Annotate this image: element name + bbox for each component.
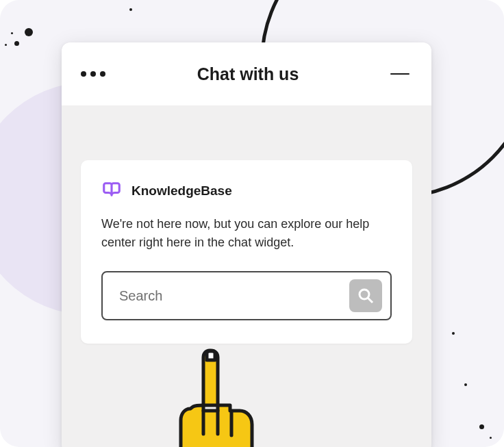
chat-widget: Chat with us KnowledgeBase We're not her… <box>62 42 431 447</box>
brand-row: KnowledgeBase <box>101 181 392 201</box>
decorative-dot <box>11 32 13 34</box>
decorative-dot <box>129 8 132 11</box>
knowledgebase-card: KnowledgeBase We're not here now, but yo… <box>81 160 412 344</box>
knowledgebase-icon <box>101 181 122 201</box>
pointing-hand-icon <box>170 344 259 447</box>
chat-header: Chat with us <box>62 42 431 105</box>
more-menu-button[interactable] <box>81 71 105 77</box>
decorative-dot <box>14 41 19 46</box>
decorative-dot <box>490 437 492 439</box>
decorative-dot <box>5 44 7 46</box>
search-field-wrap[interactable] <box>101 271 392 320</box>
search-button[interactable] <box>349 279 382 312</box>
decorative-dot <box>464 383 467 386</box>
svg-point-0 <box>360 290 369 299</box>
illustration-stage: Chat with us KnowledgeBase We're not her… <box>0 0 504 447</box>
chat-title: Chat with us <box>197 64 299 84</box>
card-message: We're not here now, but you can explore … <box>101 215 392 252</box>
minimize-button[interactable] <box>390 73 410 75</box>
decorative-dot <box>452 332 455 335</box>
search-input[interactable] <box>119 288 349 304</box>
decorative-dot <box>25 28 33 36</box>
decorative-dot <box>479 424 484 429</box>
brand-name: KnowledgeBase <box>131 183 232 199</box>
search-icon <box>357 288 374 304</box>
svg-line-1 <box>368 298 373 303</box>
